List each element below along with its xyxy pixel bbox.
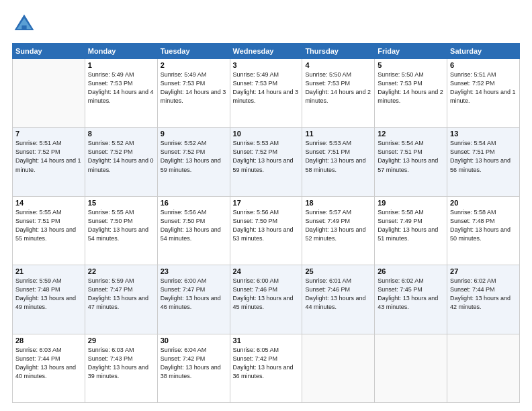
day-number: 24 bbox=[233, 267, 300, 275]
daylight-text: Daylight: 14 hours and 1 minute. bbox=[450, 88, 517, 105]
calendar-cell bbox=[447, 334, 520, 402]
day-number: 20 bbox=[450, 199, 517, 207]
daylight-text: Daylight: 13 hours and 44 minutes. bbox=[305, 294, 371, 312]
day-number: 23 bbox=[161, 267, 227, 275]
sunset-text: Sunset: 7:47 PM bbox=[161, 285, 227, 294]
sunrise-text: Sunrise: 5:58 AM bbox=[450, 208, 517, 217]
column-header-tuesday: Tuesday bbox=[157, 44, 230, 59]
week-row: 28Sunrise: 6:03 AMSunset: 7:44 PMDayligh… bbox=[13, 334, 520, 402]
day-number: 7 bbox=[15, 130, 82, 138]
sunrise-text: Sunrise: 6:05 AM bbox=[233, 346, 300, 355]
daylight-text: Daylight: 13 hours and 59 minutes. bbox=[233, 156, 300, 174]
daylight-text: Daylight: 13 hours and 40 minutes. bbox=[15, 363, 82, 381]
calendar-table: SundayMondayTuesdayWednesdayThursdayFrid… bbox=[12, 43, 520, 403]
sunset-text: Sunset: 7:50 PM bbox=[161, 217, 227, 226]
sunrise-text: Sunrise: 5:50 AM bbox=[378, 71, 444, 79]
sunrise-text: Sunrise: 6:02 AM bbox=[378, 277, 444, 285]
daylight-text: Daylight: 14 hours and 1 minute. bbox=[15, 156, 82, 174]
sunrise-text: Sunrise: 6:00 AM bbox=[161, 277, 227, 285]
sunrise-text: Sunrise: 5:49 AM bbox=[161, 71, 227, 79]
daylight-text: Daylight: 14 hours and 4 minutes. bbox=[88, 88, 154, 105]
daylight-text: Daylight: 13 hours and 38 minutes. bbox=[161, 363, 227, 381]
day-number: 30 bbox=[161, 336, 227, 345]
daylight-text: Daylight: 13 hours and 43 minutes. bbox=[378, 294, 444, 312]
day-number: 22 bbox=[88, 267, 154, 275]
day-number: 6 bbox=[450, 61, 517, 69]
sunset-text: Sunset: 7:52 PM bbox=[88, 148, 154, 156]
svg-rect-2 bbox=[21, 26, 26, 30]
sunset-text: Sunset: 7:44 PM bbox=[450, 285, 517, 294]
sunrise-text: Sunrise: 5:54 AM bbox=[450, 139, 517, 148]
sunset-text: Sunset: 7:46 PM bbox=[305, 285, 371, 294]
sunrise-text: Sunrise: 5:59 AM bbox=[88, 277, 154, 285]
sunrise-text: Sunrise: 5:53 AM bbox=[233, 139, 300, 148]
sunrise-text: Sunrise: 5:58 AM bbox=[378, 208, 444, 217]
daylight-text: Daylight: 13 hours and 57 minutes. bbox=[378, 156, 444, 174]
daylight-text: Daylight: 13 hours and 46 minutes. bbox=[161, 294, 227, 312]
sunrise-text: Sunrise: 6:04 AM bbox=[161, 346, 227, 355]
daylight-text: Daylight: 13 hours and 51 minutes. bbox=[378, 226, 444, 243]
day-number: 8 bbox=[88, 130, 154, 138]
day-number: 26 bbox=[378, 267, 444, 275]
daylight-text: Daylight: 14 hours and 3 minutes. bbox=[233, 88, 300, 105]
sunset-text: Sunset: 7:52 PM bbox=[450, 79, 517, 88]
sunrise-text: Sunrise: 6:03 AM bbox=[15, 346, 82, 355]
sunrise-text: Sunrise: 5:51 AM bbox=[450, 71, 517, 79]
sunset-text: Sunset: 7:51 PM bbox=[305, 148, 371, 156]
day-number: 17 bbox=[233, 199, 300, 207]
column-header-friday: Friday bbox=[375, 44, 447, 59]
daylight-text: Daylight: 14 hours and 2 minutes. bbox=[378, 88, 444, 105]
day-number: 27 bbox=[450, 267, 517, 275]
sunrise-text: Sunrise: 5:49 AM bbox=[88, 71, 154, 79]
week-row: 21Sunrise: 5:59 AMSunset: 7:48 PMDayligh… bbox=[13, 265, 520, 334]
daylight-text: Daylight: 13 hours and 39 minutes. bbox=[88, 363, 154, 381]
daylight-text: Daylight: 13 hours and 49 minutes. bbox=[15, 294, 82, 312]
sunrise-text: Sunrise: 6:03 AM bbox=[88, 346, 154, 355]
calendar-cell: 5Sunrise: 5:50 AMSunset: 7:53 PMDaylight… bbox=[375, 59, 447, 128]
calendar-cell: 31Sunrise: 6:05 AMSunset: 7:42 PMDayligh… bbox=[230, 334, 302, 402]
daylight-text: Daylight: 13 hours and 58 minutes. bbox=[305, 156, 371, 174]
calendar-cell: 17Sunrise: 5:56 AMSunset: 7:50 PMDayligh… bbox=[230, 196, 302, 265]
daylight-text: Daylight: 14 hours and 2 minutes. bbox=[305, 88, 371, 105]
calendar-cell: 10Sunrise: 5:53 AMSunset: 7:52 PMDayligh… bbox=[230, 128, 302, 196]
calendar-cell: 20Sunrise: 5:58 AMSunset: 7:48 PMDayligh… bbox=[447, 196, 520, 265]
sunset-text: Sunset: 7:43 PM bbox=[88, 355, 154, 363]
calendar-cell: 2Sunrise: 5:49 AMSunset: 7:53 PMDaylight… bbox=[157, 59, 230, 128]
sunset-text: Sunset: 7:44 PM bbox=[15, 355, 82, 363]
calendar-cell: 16Sunrise: 5:56 AMSunset: 7:50 PMDayligh… bbox=[157, 196, 230, 265]
sunrise-text: Sunrise: 5:54 AM bbox=[378, 139, 444, 148]
day-number: 3 bbox=[233, 61, 300, 69]
logo bbox=[12, 12, 39, 36]
calendar-cell: 15Sunrise: 5:55 AMSunset: 7:50 PMDayligh… bbox=[85, 196, 157, 265]
day-number: 15 bbox=[88, 199, 154, 207]
sunrise-text: Sunrise: 5:55 AM bbox=[88, 208, 154, 217]
sunset-text: Sunset: 7:53 PM bbox=[378, 79, 444, 88]
day-number: 1 bbox=[88, 61, 154, 69]
calendar-cell: 8Sunrise: 5:52 AMSunset: 7:52 PMDaylight… bbox=[85, 128, 157, 196]
column-header-wednesday: Wednesday bbox=[230, 44, 302, 59]
calendar-cell: 9Sunrise: 5:52 AMSunset: 7:52 PMDaylight… bbox=[157, 128, 230, 196]
day-number: 4 bbox=[305, 61, 371, 69]
daylight-text: Daylight: 14 hours and 3 minutes. bbox=[161, 88, 227, 105]
calendar-cell: 25Sunrise: 6:01 AMSunset: 7:46 PMDayligh… bbox=[302, 265, 375, 334]
daylight-text: Daylight: 13 hours and 47 minutes. bbox=[88, 294, 154, 312]
sunrise-text: Sunrise: 5:51 AM bbox=[15, 139, 82, 148]
day-number: 10 bbox=[233, 130, 300, 138]
day-number: 18 bbox=[305, 199, 371, 207]
sunset-text: Sunset: 7:48 PM bbox=[15, 285, 82, 294]
calendar-cell: 19Sunrise: 5:58 AMSunset: 7:49 PMDayligh… bbox=[375, 196, 447, 265]
day-number: 9 bbox=[161, 130, 227, 138]
calendar-cell: 4Sunrise: 5:50 AMSunset: 7:53 PMDaylight… bbox=[302, 59, 375, 128]
calendar-cell bbox=[302, 334, 375, 402]
sunset-text: Sunset: 7:51 PM bbox=[15, 217, 82, 226]
daylight-text: Daylight: 13 hours and 36 minutes. bbox=[233, 363, 300, 381]
week-row: 1Sunrise: 5:49 AMSunset: 7:53 PMDaylight… bbox=[13, 59, 520, 128]
sunrise-text: Sunrise: 6:02 AM bbox=[450, 277, 517, 285]
column-header-thursday: Thursday bbox=[302, 44, 375, 59]
column-header-monday: Monday bbox=[85, 44, 157, 59]
calendar-cell: 30Sunrise: 6:04 AMSunset: 7:42 PMDayligh… bbox=[157, 334, 230, 402]
calendar-cell: 12Sunrise: 5:54 AMSunset: 7:51 PMDayligh… bbox=[375, 128, 447, 196]
sunset-text: Sunset: 7:52 PM bbox=[161, 148, 227, 156]
sunset-text: Sunset: 7:49 PM bbox=[305, 217, 371, 226]
daylight-text: Daylight: 13 hours and 42 minutes. bbox=[450, 294, 517, 312]
